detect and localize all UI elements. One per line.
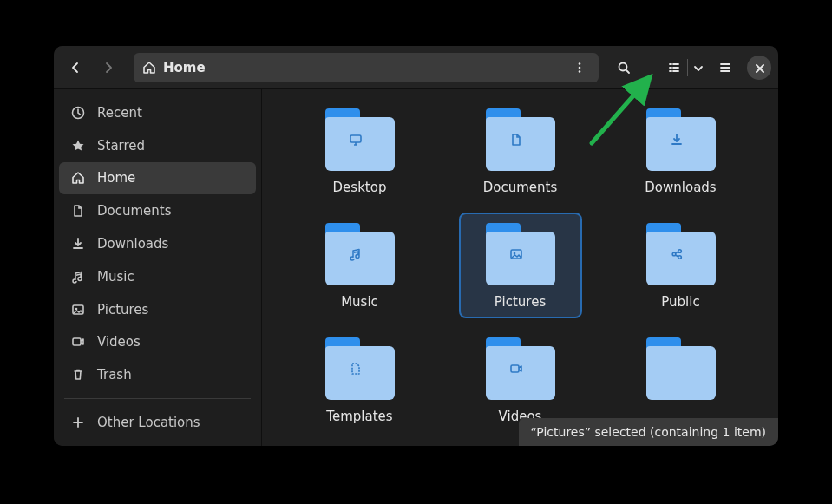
sidebar-item-downloads[interactable]: Downloads xyxy=(59,227,256,260)
folder-blank[interactable] xyxy=(619,327,743,433)
forward-button[interactable] xyxy=(94,53,123,82)
folder-pictures[interactable]: Pictures xyxy=(459,213,582,318)
sidebar-item-trash[interactable]: Trash xyxy=(59,358,256,391)
path-label: Home xyxy=(163,60,206,75)
picture-icon xyxy=(509,247,532,270)
close-icon xyxy=(753,62,765,74)
chevron-right-icon xyxy=(102,61,115,75)
sidebar-item-label: Trash xyxy=(97,367,132,383)
music-icon xyxy=(349,247,371,270)
folder-icon xyxy=(486,337,555,400)
folder-label: Documents xyxy=(483,180,558,195)
sidebar-item-documents[interactable]: Documents xyxy=(59,194,256,227)
sidebar-item-other-locations[interactable]: Other Locations xyxy=(59,406,256,439)
chevron-left-icon xyxy=(69,61,82,75)
sidebar-item-label: Recent xyxy=(97,105,142,121)
list-icon xyxy=(667,61,681,75)
folder-icon xyxy=(325,337,395,400)
sidebar: Recent Starred Home Documents Downloads … xyxy=(54,89,262,446)
download-icon xyxy=(71,237,85,251)
folder-icon xyxy=(646,337,716,400)
plus-icon xyxy=(71,416,85,429)
sidebar-item-label: Downloads xyxy=(97,236,168,252)
path-current-location: Home xyxy=(142,60,206,75)
folder-label: Music xyxy=(341,294,378,310)
file-manager-window: Home Re xyxy=(54,46,778,446)
folder-downloads[interactable]: Downloads xyxy=(619,98,743,204)
sidebar-item-label: Pictures xyxy=(97,302,148,317)
desktop-icon xyxy=(349,133,371,155)
sidebar-divider xyxy=(64,398,251,399)
folder-icon xyxy=(486,108,555,171)
folder-templates[interactable]: Templates xyxy=(298,327,422,433)
star-icon xyxy=(71,139,85,153)
sidebar-item-starred[interactable]: Starred xyxy=(59,129,256,162)
trash-icon xyxy=(71,368,85,382)
sidebar-item-label: Music xyxy=(97,269,134,285)
folder-public[interactable]: Public xyxy=(619,213,743,318)
folder-label: Desktop xyxy=(333,180,387,195)
back-button[interactable] xyxy=(61,53,90,82)
document-icon xyxy=(509,133,532,155)
folder-icon xyxy=(646,223,716,285)
folder-icon xyxy=(646,108,716,171)
sidebar-item-videos[interactable]: Videos xyxy=(59,326,256,359)
sidebar-item-home[interactable]: Home xyxy=(59,162,256,195)
status-bar: “Pictures” selected (containing 1 item) xyxy=(519,418,779,446)
sidebar-item-label: Documents xyxy=(97,203,172,219)
search-icon xyxy=(617,61,631,75)
chevron-down-icon xyxy=(691,62,704,74)
icon-grid: Desktop Documents Downloads xyxy=(262,89,778,442)
path-menu-button[interactable] xyxy=(569,57,590,78)
path-bar[interactable]: Home xyxy=(134,53,599,82)
sidebar-item-label: Home xyxy=(97,170,135,186)
sidebar-item-label: Other Locations xyxy=(97,415,200,430)
video-icon xyxy=(509,362,532,384)
folder-icon xyxy=(325,223,395,285)
folder-label: Pictures xyxy=(495,294,546,310)
view-options-button[interactable] xyxy=(688,53,707,82)
folder-music[interactable]: Music xyxy=(298,213,422,318)
kebab-icon xyxy=(573,61,586,75)
content-area: Desktop Documents Downloads xyxy=(262,89,778,446)
search-button[interactable] xyxy=(609,53,639,82)
picture-icon xyxy=(71,303,85,317)
music-icon xyxy=(71,270,85,284)
hamburger-button[interactable] xyxy=(711,53,740,82)
sidebar-item-music[interactable]: Music xyxy=(59,260,256,293)
menu-icon xyxy=(718,61,732,75)
close-button[interactable] xyxy=(747,56,771,80)
folder-label: Public xyxy=(661,294,699,310)
sidebar-item-recent[interactable]: Recent xyxy=(59,96,256,129)
video-icon xyxy=(71,335,85,349)
view-switcher xyxy=(661,53,707,82)
folder-desktop[interactable]: Desktop xyxy=(298,98,422,204)
folder-label: Downloads xyxy=(645,180,716,195)
download-icon xyxy=(670,133,692,155)
status-text: “Pictures” selected (containing 1 item) xyxy=(531,425,767,439)
home-icon xyxy=(142,61,156,75)
sidebar-item-label: Videos xyxy=(97,334,141,350)
clock-icon xyxy=(71,106,85,120)
sidebar-item-label: Starred xyxy=(97,138,145,154)
list-view-button[interactable] xyxy=(661,53,687,82)
folder-label: Templates xyxy=(326,409,392,424)
folder-documents[interactable]: Documents xyxy=(459,98,582,204)
sidebar-item-pictures[interactable]: Pictures xyxy=(59,293,256,326)
share-icon xyxy=(670,247,692,270)
folder-videos[interactable]: Videos xyxy=(459,327,582,433)
template-icon xyxy=(349,362,371,384)
folder-icon xyxy=(486,223,555,285)
document-icon xyxy=(71,204,85,218)
home-icon xyxy=(71,171,85,185)
folder-icon xyxy=(325,108,395,171)
header-bar: Home xyxy=(54,46,778,89)
